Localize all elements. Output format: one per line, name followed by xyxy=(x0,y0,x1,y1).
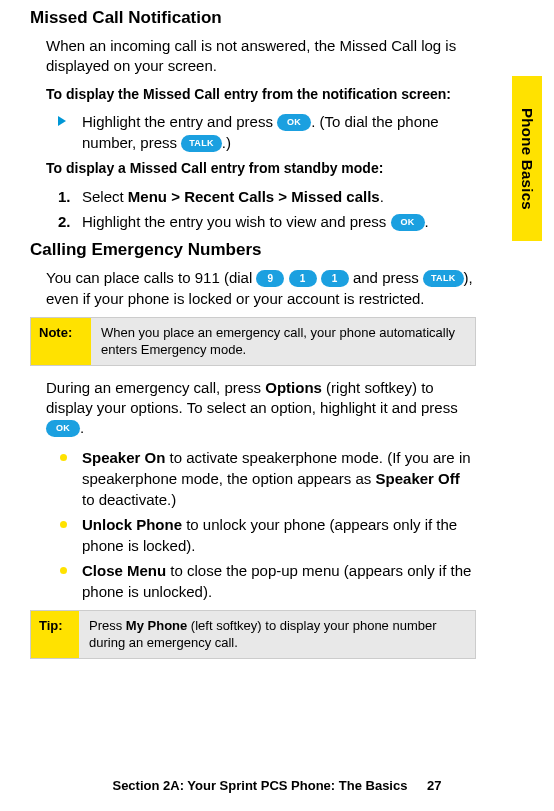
note-content: When you place an emergency call, your p… xyxy=(91,318,475,365)
page-footer: Section 2A: Your Sprint PCS Phone: The B… xyxy=(0,778,554,793)
step-1: 1. Select Menu > Recent Calls > Missed c… xyxy=(64,186,476,207)
page-number: 27 xyxy=(427,778,441,793)
para-911: You can place calls to 911 (dial 9 1 1 a… xyxy=(46,268,476,309)
footer-section: Section 2A: Your Sprint PCS Phone: The B… xyxy=(112,778,407,793)
step-2: 2. Highlight the entry you wish to view … xyxy=(64,211,476,232)
nine-key-icon: 9 xyxy=(256,270,284,287)
option-unlock: Unlock Phone to unlock your phone (appea… xyxy=(64,514,476,556)
option-close-menu: Close Menu to close the pop-up menu (app… xyxy=(64,560,476,602)
subhead-notification: To display the Missed Call entry from th… xyxy=(46,85,476,104)
ok-key-icon: OK xyxy=(277,114,311,131)
ok-key-icon: OK xyxy=(391,214,425,231)
option-speaker: Speaker On to activate speakerphone mode… xyxy=(64,447,476,510)
para-options: During an emergency call, press Options … xyxy=(46,378,476,439)
para-missed-intro: When an incoming call is not answered, t… xyxy=(46,36,476,77)
options-list: Speaker On to activate speakerphone mode… xyxy=(64,447,476,602)
side-tab-label: Phone Basics xyxy=(519,108,536,210)
page-content: Missed Call Notification When an incomin… xyxy=(0,0,506,691)
one-key-icon: 1 xyxy=(321,270,349,287)
note-box: Note: When you place an emergency call, … xyxy=(30,317,476,366)
ordered-steps: 1. Select Menu > Recent Calls > Missed c… xyxy=(64,186,476,232)
one-key-icon: 1 xyxy=(289,270,317,287)
heading-emergency: Calling Emergency Numbers xyxy=(30,240,476,260)
ok-key-icon: OK xyxy=(46,420,80,437)
tip-label: Tip: xyxy=(31,611,79,658)
tip-content: Press My Phone (left softkey) to display… xyxy=(79,611,475,658)
tip-box: Tip: Press My Phone (left softkey) to di… xyxy=(30,610,476,659)
heading-missed-call: Missed Call Notification xyxy=(30,8,476,28)
note-label: Note: xyxy=(31,318,91,365)
talk-key-icon: TALK xyxy=(423,270,464,287)
talk-key-icon: TALK xyxy=(181,135,222,152)
side-tab: Phone Basics xyxy=(512,76,542,241)
list-highlight-entry: Highlight the entry and press OK. (To di… xyxy=(64,111,476,153)
list-item-highlight: Highlight the entry and press OK. (To di… xyxy=(64,111,476,153)
subhead-standby: To display a Missed Call entry from stan… xyxy=(46,159,476,178)
